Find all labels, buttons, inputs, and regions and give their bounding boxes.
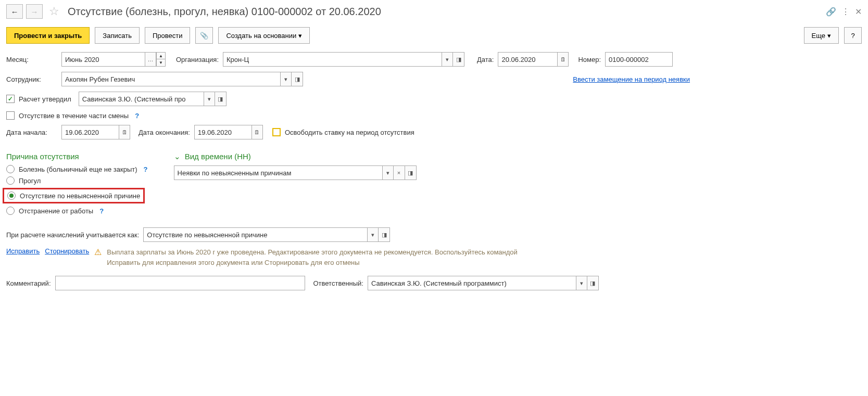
approver-open-button[interactable]: ◨: [215, 92, 227, 106]
reason-truancy-label: Прогул: [19, 177, 41, 185]
save-button[interactable]: Записать: [95, 27, 140, 44]
kebab-menu-icon[interactable]: ⋮: [841, 7, 850, 17]
reason-suspension-help-icon[interactable]: ?: [99, 207, 104, 215]
calc-approved-label: Расчет утвердил: [19, 95, 71, 103]
reason-sick-label: Болезнь (больничный еще не закрыт): [19, 165, 137, 173]
month-input[interactable]: Июнь 2020: [61, 52, 145, 67]
comment-label: Комментарий:: [6, 279, 51, 287]
partial-shift-help-icon[interactable]: ?: [135, 112, 139, 120]
approver-dropdown-button[interactable]: ▾: [204, 92, 215, 106]
employee-open-button[interactable]: ◨: [292, 72, 303, 86]
accrual-method-dropdown-button[interactable]: ▾: [367, 227, 379, 242]
number-input[interactable]: 0100-000002: [605, 52, 673, 67]
responsible-label: Ответственный:: [313, 279, 363, 287]
help-button[interactable]: ?: [844, 27, 862, 44]
date-input[interactable]: 20.06.2020: [498, 52, 557, 67]
end-date-calendar-button[interactable]: 🗓: [251, 125, 263, 139]
organization-input[interactable]: Крон-Ц: [223, 52, 442, 67]
paperclip-icon: 📎: [200, 32, 208, 40]
reason-unknown-radio[interactable]: [7, 191, 16, 200]
link-icon[interactable]: 🔗: [826, 7, 836, 17]
create-based-on-button[interactable]: Создать на основании ▾: [218, 27, 310, 44]
time-type-clear-button[interactable]: ×: [394, 165, 405, 180]
post-and-close-button[interactable]: Провести и закрыть: [6, 27, 90, 44]
end-date-label: Дата окончания:: [139, 129, 190, 136]
accrual-method-input[interactable]: Отсутствие по невыясненной причине: [143, 227, 367, 242]
chevron-down-icon: ▾: [827, 32, 831, 40]
start-date-calendar-button[interactable]: 🗓: [119, 125, 130, 139]
partial-shift-checkbox[interactable]: [6, 111, 15, 120]
time-type-open-button[interactable]: ◨: [405, 165, 417, 180]
employee-dropdown-button[interactable]: ▾: [280, 72, 292, 86]
collapse-chevron-icon: ⌄: [174, 152, 181, 161]
vacate-position-checkbox[interactable]: [272, 128, 281, 136]
month-label: Месяц:: [6, 56, 57, 63]
vacate-position-label: Освободить ставку на период отсутствия: [285, 129, 414, 136]
nav-back-button[interactable]: ←: [6, 4, 23, 19]
reason-unknown-label: Отсутствие по невыясненной причине: [20, 192, 140, 200]
reason-sick-radio[interactable]: [6, 165, 15, 173]
close-icon[interactable]: ✕: [855, 7, 862, 17]
reverse-link[interactable]: Сторнировать: [45, 247, 89, 255]
approver-input[interactable]: Савинская З.Ю. (Системный про: [79, 92, 204, 106]
chevron-down-icon: ▾: [298, 32, 302, 40]
partial-shift-label: Отсутствие в течение части смены: [19, 112, 129, 120]
calc-approved-checkbox[interactable]: ✓: [6, 95, 15, 103]
warning-text: Выплата зарплаты за Июнь 2020 г уже пров…: [107, 247, 534, 267]
organization-dropdown-button[interactable]: ▾: [442, 52, 453, 67]
employee-input[interactable]: Акопян Рубен Гезевич: [61, 72, 280, 86]
month-select-button[interactable]: …: [145, 52, 156, 67]
number-label: Номер:: [578, 56, 601, 63]
month-up-button[interactable]: ▲: [156, 52, 166, 59]
page-title: Отсутствие (болезнь, прогул, неявка) 010…: [68, 6, 823, 18]
more-button[interactable]: Еще ▾: [804, 27, 839, 44]
substitution-link[interactable]: Ввести замещение на период неявки: [573, 75, 690, 83]
start-date-label: Дата начала:: [6, 129, 57, 136]
time-type-input[interactable]: Неявки по невыясненным причинам: [174, 165, 382, 180]
responsible-input[interactable]: Савинская З.Ю. (Системный программист): [368, 276, 576, 290]
reason-suspension-label: Отстранение от работы: [19, 207, 93, 215]
attach-button[interactable]: 📎: [195, 27, 213, 44]
organization-open-button[interactable]: ◨: [453, 52, 464, 67]
month-down-button[interactable]: ▼: [156, 59, 166, 67]
fix-link[interactable]: Исправить: [6, 247, 40, 255]
employee-label: Сотрудник:: [6, 75, 57, 83]
post-button[interactable]: Провести: [145, 27, 191, 44]
date-calendar-button[interactable]: 🗓: [557, 52, 569, 67]
start-date-input[interactable]: 19.06.2020: [61, 125, 119, 139]
date-label: Дата:: [477, 56, 494, 63]
reason-truancy-radio[interactable]: [6, 176, 15, 185]
responsible-open-button[interactable]: ◨: [587, 276, 599, 290]
nav-forward-button[interactable]: →: [26, 4, 43, 19]
reason-unknown-highlight: Отсутствие по невыясненной причине: [3, 188, 145, 203]
responsible-dropdown-button[interactable]: ▾: [576, 276, 587, 290]
time-type-heading[interactable]: ⌄ Вид времени (НН): [174, 152, 862, 161]
end-date-input[interactable]: 19.06.2020: [194, 125, 251, 139]
accrual-method-label: При расчете начислений учитывается как:: [6, 231, 139, 239]
organization-label: Организация:: [176, 56, 219, 63]
comment-input[interactable]: [55, 276, 305, 290]
reason-suspension-radio[interactable]: [6, 207, 15, 215]
favorite-star-icon[interactable]: ☆: [49, 5, 59, 18]
accrual-method-open-button[interactable]: ◨: [379, 227, 390, 242]
warning-icon: ⚠: [94, 247, 102, 257]
time-type-dropdown-button[interactable]: ▾: [382, 165, 394, 180]
reason-heading: Причина отсутствия: [6, 152, 148, 161]
reason-sick-help-icon[interactable]: ?: [144, 165, 148, 173]
